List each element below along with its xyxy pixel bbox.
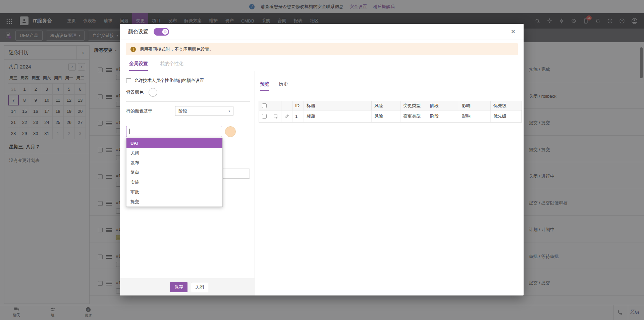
- add-note-cell[interactable]: [270, 110, 281, 122]
- preview-tabs-divider: [255, 91, 524, 91]
- row-color-value: 阶段: [178, 108, 187, 114]
- stage-option[interactable]: 实施: [126, 177, 222, 187]
- color-settings-toggle[interactable]: [154, 28, 169, 36]
- stage-option[interactable]: 复审: [126, 168, 222, 177]
- cell-risk: 风险: [372, 110, 400, 122]
- add-note-icon: [273, 113, 278, 119]
- pencil-icon: [284, 114, 289, 119]
- header-risk[interactable]: 风险: [372, 101, 400, 110]
- preview-table: ID 标题 风险 变更类型 阶段 影响 优先级: [259, 101, 522, 123]
- cell-stage: 阶段: [427, 110, 459, 122]
- header-spacer: [281, 101, 292, 110]
- cell-change-type: 变更类型: [400, 110, 427, 122]
- stage-search-input[interactable]: [126, 126, 222, 137]
- warning-icon: !: [130, 47, 136, 52]
- modal-footer: 保存 关闭: [120, 278, 255, 295]
- edit-cell[interactable]: [281, 110, 292, 122]
- header-stage[interactable]: 阶段: [427, 101, 459, 110]
- save-button[interactable]: 保存: [170, 282, 187, 292]
- header-change-type[interactable]: 变更类型: [400, 101, 427, 110]
- modal-header: 颜色设置 ✕: [120, 24, 524, 40]
- preview-table-header: ID 标题 风险 变更类型 阶段 影响 优先级: [259, 101, 522, 110]
- header-impact[interactable]: 影响: [459, 101, 491, 110]
- preview-tab[interactable]: 历史: [279, 81, 288, 91]
- row-color-row: 行的颜色基于 阶段 ▾: [126, 106, 250, 116]
- night-mode-warning: ! 启用夜间模式时，不会应用颜色设置。: [126, 43, 518, 55]
- modal-title: 颜色设置: [128, 29, 148, 35]
- close-icon[interactable]: ✕: [511, 29, 516, 35]
- close-button[interactable]: 关闭: [191, 282, 208, 292]
- stage-option[interactable]: 关闭: [126, 148, 222, 158]
- settings-pane: 允许技术人员个性化他们的颜色设置 背景颜色 行的颜色基于 阶段 ▾: [120, 71, 255, 295]
- allow-personalize-row: 允许技术人员个性化他们的颜色设置: [126, 78, 204, 84]
- settings-tabs: 全局设置 我的个性化: [120, 61, 524, 71]
- header-priority[interactable]: 优先级: [491, 101, 522, 110]
- stage-option[interactable]: UAT: [126, 138, 222, 148]
- color-settings-modal: 颜色设置 ✕ ! 启用夜间模式时，不会应用颜色设置。 全局设置 我的个性化 允许…: [120, 24, 524, 295]
- stage-option[interactable]: 审批: [126, 187, 222, 197]
- settings-tab[interactable]: 全局设置: [129, 61, 148, 71]
- preview-tabs: 预览 历史: [260, 81, 288, 91]
- allow-personalize-checkbox[interactable]: [126, 78, 131, 83]
- stage-color-swatch[interactable]: [225, 126, 236, 137]
- row-color-select[interactable]: 阶段 ▾: [175, 106, 233, 116]
- row-checkbox[interactable]: [262, 114, 267, 119]
- cell-title: 标题: [304, 110, 372, 122]
- allow-personalize-label: 允许技术人员个性化他们的颜色设置: [134, 78, 204, 84]
- preview-tab[interactable]: 预览: [260, 81, 269, 91]
- background-color-picker[interactable]: [149, 88, 157, 97]
- divider: [126, 101, 250, 102]
- header-spacer: [270, 101, 281, 110]
- stage-option[interactable]: 发布: [126, 158, 222, 168]
- preview-pane: 预览 历史 ID 标题 风险 变更类型 阶段 影响: [255, 71, 524, 295]
- stage-dropdown: UAT 关闭 发布 复审 实施 审批 提交: [126, 138, 223, 207]
- header-title[interactable]: 标题: [304, 101, 372, 110]
- stage-option[interactable]: 提交: [126, 197, 222, 207]
- text-cursor: [129, 129, 130, 134]
- background-color-label: 背景颜色: [126, 89, 144, 95]
- cell-id: 1: [292, 110, 304, 122]
- row-color-label: 行的颜色基于: [126, 108, 175, 114]
- modal-body: 允许技术人员个性化他们的颜色设置 背景颜色 行的颜色基于 阶段 ▾: [120, 71, 524, 295]
- cell-priority: 优先级: [491, 110, 522, 122]
- background-color-row: 背景颜色: [126, 88, 157, 97]
- warning-text: 启用夜间模式时，不会应用颜色设置。: [140, 46, 214, 52]
- select-all-checkbox[interactable]: [262, 103, 267, 108]
- settings-tab[interactable]: 我的个性化: [160, 61, 183, 71]
- caret-down-icon: ▾: [228, 109, 230, 113]
- cell-impact: 影响: [459, 110, 491, 122]
- screen: i 请查看您是否想要修改机构的安全联系信息 安全设置 稍后提醒我 IT服务台 主…: [0, 0, 644, 320]
- header-id[interactable]: ID: [292, 101, 304, 110]
- preview-table-row: 1 标题 风险 变更类型 阶段 影响 优先级: [259, 110, 522, 122]
